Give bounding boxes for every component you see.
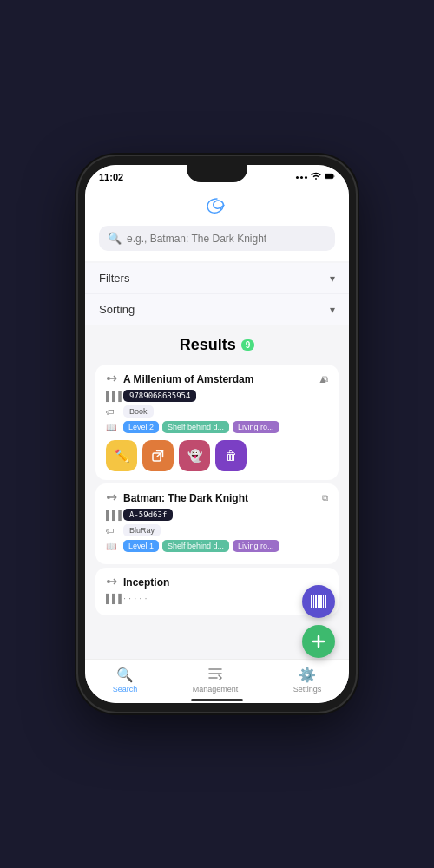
search-input[interactable]: [127, 233, 326, 245]
svg-rect-21: [323, 595, 324, 608]
chevron-down-icon: ▾: [330, 273, 335, 285]
item-type-icon: [106, 373, 118, 385]
signal-icon: [296, 176, 307, 179]
item-header: Inception: [106, 576, 328, 589]
barcode-value: 9789068685954: [123, 390, 196, 402]
list-item: Batman: The Dark Knight ⧉ ▌▌▌ A-59d63f 🏷…: [95, 483, 339, 564]
add-item-button[interactable]: [302, 625, 335, 658]
svg-point-2: [107, 377, 110, 380]
search-box[interactable]: 🔍: [99, 226, 335, 251]
wifi-icon: [311, 172, 321, 182]
nav-search[interactable]: 🔍 Search: [113, 667, 138, 694]
status-icons: [296, 172, 335, 182]
barcode-row: ▌▌▌ 9789068685954: [106, 390, 328, 402]
tag-icon: 🏷: [106, 526, 118, 536]
list-item: A Millenium of Amsterdam ⧉ ▲ ▌▌▌ 9789068…: [95, 365, 339, 480]
location-badges: Level 2 Shelf behind d... Living ro...: [123, 421, 279, 433]
location-badge-room: Living ro...: [233, 540, 279, 552]
location-badge-shelf: Shelf behind d...: [162, 540, 229, 552]
tag-value: Book: [123, 405, 154, 418]
search-nav-label: Search: [113, 685, 138, 694]
item-title: A Millenium of Amsterdam: [123, 373, 317, 385]
svg-point-8: [107, 496, 110, 499]
svg-rect-16: [311, 595, 312, 608]
filter-section: Filters ▾ Sorting ▾: [85, 263, 349, 326]
location-badge-shelf: Shelf behind d...: [162, 421, 229, 433]
search-nav-icon: 🔍: [116, 667, 134, 683]
item-header: A Millenium of Amsterdam ⧉: [106, 373, 328, 385]
management-nav-icon: [208, 667, 222, 683]
collapse-button[interactable]: ▲: [318, 373, 328, 385]
filters-row[interactable]: Filters ▾: [85, 263, 349, 294]
sorting-row[interactable]: Sorting ▾: [85, 294, 349, 326]
svg-rect-19: [318, 595, 319, 608]
location-badge-level: Level 1: [123, 540, 159, 552]
location-badge-level: Level 2: [123, 421, 159, 433]
app-logo: [200, 193, 234, 219]
svg-rect-18: [315, 595, 317, 608]
barcode-icon: ▌▌▌: [106, 594, 118, 603]
status-time: 11:02: [99, 172, 123, 182]
tag-value: BluRay: [123, 524, 161, 536]
fab-container: [302, 585, 335, 658]
tag-row: 🏷 Book: [106, 405, 328, 418]
svg-rect-22: [325, 595, 326, 608]
ghost-button[interactable]: 👻: [179, 440, 210, 471]
home-indicator: [85, 697, 349, 703]
barcode-row: ▌▌▌ A-59d63f: [106, 509, 328, 521]
home-bar: [191, 699, 243, 701]
settings-nav-label: Settings: [293, 685, 322, 694]
delete-button[interactable]: 🗑: [215, 440, 247, 471]
barcode-value: A-59d63f: [123, 509, 173, 521]
edit-button[interactable]: ✏️: [106, 440, 137, 471]
location-badges: Level 1 Shelf behind d... Living ro...: [123, 540, 279, 552]
location-row: 📖 Level 1 Shelf behind d... Living ro...: [106, 540, 328, 552]
results-title: Results 9: [180, 336, 255, 354]
bottom-nav: 🔍 Search Management ⚙️ Settings: [85, 659, 349, 697]
nav-settings[interactable]: ⚙️ Settings: [293, 667, 322, 694]
svg-rect-17: [313, 595, 314, 608]
barcode-row: ▌▌▌ · · · · ·: [106, 593, 328, 603]
results-header: Results 9: [85, 326, 349, 361]
search-icon: 🔍: [108, 232, 122, 245]
settings-nav-icon: ⚙️: [299, 667, 316, 683]
management-nav-label: Management: [193, 685, 239, 694]
open-button[interactable]: [142, 440, 174, 471]
copy-icon[interactable]: ⧉: [322, 493, 328, 503]
item-title: Inception: [123, 576, 328, 589]
barcode-icon: ▌▌▌: [106, 391, 118, 401]
item-header: Batman: The Dark Knight ⧉: [106, 492, 328, 504]
tag-icon: 🏷: [106, 407, 118, 417]
svg-rect-20: [319, 595, 322, 608]
svg-rect-1: [326, 174, 332, 178]
location-icon: 📖: [106, 542, 118, 551]
chevron-down-icon: ▾: [330, 304, 335, 316]
item-title: Batman: The Dark Knight: [123, 492, 317, 504]
battery-icon: [325, 172, 335, 182]
app-header: [85, 186, 349, 226]
location-icon: 📖: [106, 423, 118, 432]
barcode-loading: · · · · ·: [123, 593, 148, 603]
svg-point-12: [107, 580, 110, 583]
action-row: ✏️ 👻 🗑: [106, 440, 328, 471]
results-count-badge: 9: [241, 339, 255, 351]
item-type-icon: [106, 492, 118, 504]
item-type-icon: [106, 576, 118, 589]
barcode-icon: ▌▌▌: [106, 510, 118, 520]
scan-barcode-button[interactable]: [302, 585, 335, 618]
sorting-label: Sorting: [99, 303, 135, 316]
location-badge-room: Living ro...: [233, 421, 279, 433]
filters-label: Filters: [99, 272, 129, 285]
nav-management[interactable]: Management: [193, 667, 239, 694]
search-area: 🔍: [85, 226, 349, 261]
location-row: 📖 Level 2 Shelf behind d... Living ro...: [106, 421, 328, 433]
tag-row: 🏷 BluRay: [106, 524, 328, 536]
